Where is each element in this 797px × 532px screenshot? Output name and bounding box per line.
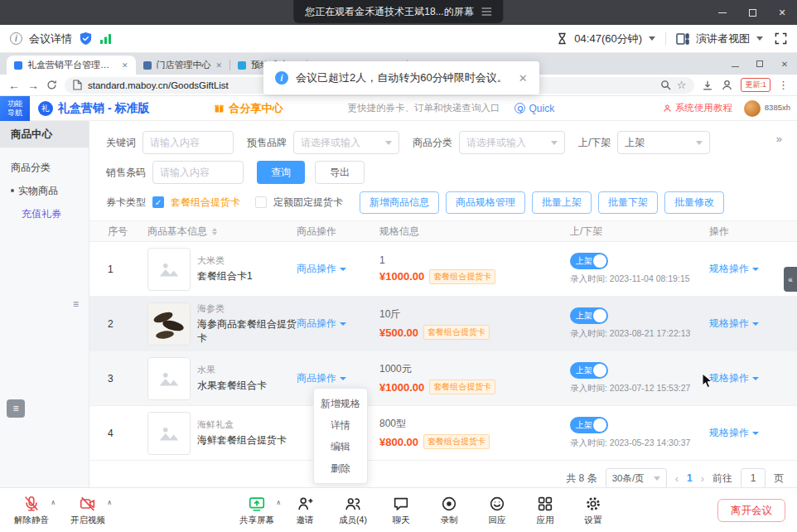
tutorial-link[interactable]: 系统使用教程 bbox=[663, 102, 732, 114]
timer-dropdown-icon[interactable] bbox=[649, 36, 655, 41]
spec-operation-link[interactable]: 规格操作 bbox=[709, 427, 759, 438]
product-operation-link[interactable]: 商品操作 bbox=[297, 263, 346, 274]
apps-button[interactable]: 应用 bbox=[524, 495, 567, 526]
batch-edit-button[interactable]: 批量修改 bbox=[664, 191, 724, 214]
shelf-toggle[interactable]: 上架 bbox=[570, 362, 608, 379]
shelf-toggle[interactable]: 上架 bbox=[570, 417, 608, 433]
table-row: 2 海参类 海参商品套餐组合提货卡 商品操作 10斤 ¥500.00 套餐组合 bbox=[89, 297, 797, 351]
toast-close-icon[interactable]: ✕ bbox=[519, 72, 528, 85]
browser-update-badge[interactable]: 更新:1 bbox=[741, 78, 770, 92]
menu-item-add-spec[interactable]: 新增规格 bbox=[314, 393, 367, 414]
sidebar-item-label: 充值礼券 bbox=[22, 207, 61, 221]
search-button[interactable]: 查询 bbox=[257, 161, 305, 184]
share-options-icon[interactable]: ∧ bbox=[276, 499, 281, 506]
hamburger-icon[interactable] bbox=[482, 7, 492, 16]
forward-icon[interactable]: → bbox=[27, 80, 39, 91]
shelf-toggle[interactable]: 上架 bbox=[570, 253, 608, 269]
sidebar-item-gift-voucher[interactable]: 充值礼券 bbox=[0, 202, 89, 225]
mic-options-icon[interactable]: ∧ bbox=[51, 499, 56, 506]
chat-button[interactable]: 聊天 bbox=[379, 495, 423, 526]
share-center-link[interactable]: 合分享中心 bbox=[214, 101, 283, 116]
browser-menu-icon[interactable]: ⋮ bbox=[778, 79, 789, 91]
minimize-button[interactable] bbox=[708, 0, 737, 25]
chevron-down-icon bbox=[752, 268, 759, 271]
prev-page-icon[interactable]: ‹ bbox=[675, 472, 679, 485]
share-screen-button[interactable]: 共享屏幕 ∧ bbox=[235, 495, 278, 526]
add-product-button[interactable]: 新增商品信息 bbox=[360, 191, 439, 214]
menu-item-edit[interactable]: 编辑 bbox=[314, 436, 367, 457]
page-size-select[interactable]: 30条/页 bbox=[606, 468, 667, 487]
product-image-placeholder bbox=[147, 412, 191, 455]
sidebar-item-category[interactable]: 商品分类 bbox=[0, 156, 89, 179]
sidebar-item-physical-goods[interactable]: 实物商品 bbox=[0, 179, 89, 202]
tab-store[interactable]: 门店管理中心 ✕ bbox=[136, 56, 230, 75]
filter-row-1: 关键词 预售品牌 请选择或输入 商品分类 请选择或输入 上/下架 上架 bbox=[89, 131, 797, 154]
batch-on-shelf-button[interactable]: 批量上架 bbox=[532, 191, 592, 214]
next-page-icon[interactable]: › bbox=[701, 472, 704, 485]
card-type-tag: 套餐组合提货卡 bbox=[429, 380, 495, 394]
invite-button[interactable]: 邀请 bbox=[283, 495, 326, 526]
combo-card-checkbox[interactable]: ✓ bbox=[152, 196, 164, 208]
floating-list-button[interactable]: ≡ bbox=[7, 399, 25, 418]
avatar[interactable] bbox=[744, 100, 761, 117]
spec-manage-button[interactable]: 商品规格管理 bbox=[446, 191, 525, 214]
camera-options-icon[interactable]: ∧ bbox=[107, 499, 112, 506]
export-button[interactable]: 导出 bbox=[315, 161, 365, 184]
right-edge-collapse-handle[interactable]: « bbox=[784, 267, 797, 292]
keyword-input[interactable] bbox=[142, 131, 234, 154]
fullscreen-icon[interactable] bbox=[775, 32, 787, 45]
reaction-button[interactable]: 回应 bbox=[476, 495, 519, 526]
product-operation-link-open[interactable]: 商品操作 bbox=[297, 372, 346, 384]
start-video-button[interactable]: 开启视频 ∧ bbox=[66, 495, 109, 526]
barcode-input[interactable] bbox=[152, 161, 244, 184]
menu-item-detail[interactable]: 详情 bbox=[314, 414, 367, 436]
profile-icon[interactable] bbox=[721, 79, 733, 91]
shelf-select[interactable]: 上架 bbox=[617, 131, 710, 154]
row-index: 3 bbox=[89, 373, 147, 384]
shelf-toggle[interactable]: 上架 bbox=[570, 307, 608, 324]
brand-select[interactable]: 请选择或输入 bbox=[293, 131, 399, 154]
record-icon bbox=[440, 495, 458, 513]
meeting-details-button[interactable]: 会议详情 bbox=[29, 31, 72, 46]
menu-item-delete[interactable]: 删除 bbox=[314, 457, 367, 479]
members-button[interactable]: 成员(4) bbox=[331, 495, 374, 526]
product-operation-label: 商品操作 bbox=[297, 372, 336, 384]
sidebar-collapse-icon[interactable]: ≡ bbox=[73, 298, 79, 310]
goto-page-input[interactable] bbox=[741, 468, 766, 487]
refresh-icon[interactable] bbox=[46, 80, 57, 90]
record-button[interactable]: 录制 bbox=[427, 495, 471, 526]
view-dropdown-icon[interactable] bbox=[756, 36, 763, 41]
leave-meeting-button[interactable]: 离开会议 bbox=[717, 499, 785, 522]
back-icon[interactable]: ← bbox=[8, 80, 20, 91]
shield-check-icon[interactable] bbox=[79, 31, 93, 46]
browser-maximize-button[interactable] bbox=[747, 60, 772, 69]
download-icon[interactable] bbox=[702, 80, 713, 91]
zoom-icon[interactable] bbox=[660, 80, 671, 90]
view-mode-button[interactable]: 演讲者视图 bbox=[696, 31, 750, 46]
tab-close-icon[interactable]: ✕ bbox=[122, 61, 128, 70]
current-page[interactable]: 1 bbox=[687, 472, 693, 484]
page-info-icon[interactable] bbox=[73, 80, 82, 90]
settings-button[interactable]: 设置 bbox=[572, 495, 615, 526]
spec-operation-link[interactable]: 规格操作 bbox=[709, 372, 759, 384]
speaker-view-icon bbox=[676, 33, 689, 45]
sort-icon[interactable] bbox=[212, 228, 217, 235]
category-select[interactable]: 请选择或输入 bbox=[459, 131, 565, 154]
quick-link[interactable]: Q Quick bbox=[514, 103, 554, 114]
batch-off-shelf-button[interactable]: 批量下架 bbox=[598, 191, 658, 214]
meeting-timer[interactable]: 04:47(60分钟) bbox=[574, 31, 642, 46]
tab-active[interactable]: 礼盒营销平台管理中心… ✕ bbox=[7, 56, 136, 75]
fixed-card-checkbox[interactable] bbox=[255, 196, 267, 208]
bookmark-star-icon[interactable]: ☆ bbox=[677, 79, 687, 91]
spec-operation-link[interactable]: 规格操作 bbox=[709, 317, 759, 329]
product-operation-link[interactable]: 商品操作 bbox=[297, 317, 346, 329]
filter-collapse-icon[interactable]: » bbox=[776, 133, 782, 145]
browser-close-button[interactable]: ✕ bbox=[772, 60, 797, 69]
maximize-button[interactable] bbox=[737, 0, 767, 25]
unmute-button[interactable]: 解除静音 ∧ bbox=[10, 495, 53, 526]
close-button[interactable]: ✕ bbox=[767, 0, 797, 25]
tab-close-icon[interactable]: ✕ bbox=[216, 61, 223, 70]
function-nav-button[interactable]: 功能 导航 bbox=[0, 96, 30, 121]
browser-minimize-button[interactable] bbox=[722, 60, 747, 69]
spec-operation-link[interactable]: 规格操作 bbox=[709, 263, 759, 274]
